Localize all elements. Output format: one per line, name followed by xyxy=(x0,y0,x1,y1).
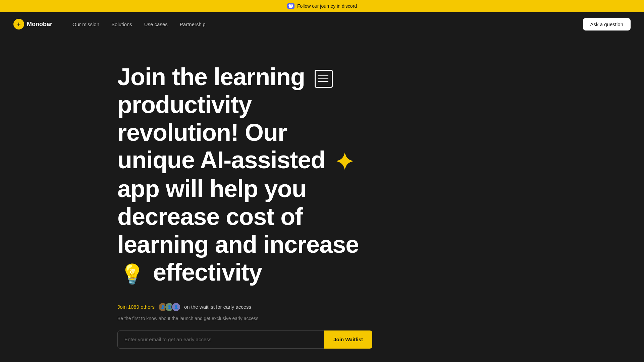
waitlist-description: Be the first to know about the launch an… xyxy=(117,316,369,321)
hero-title: Join the learning productivity revolutio… xyxy=(117,63,369,286)
bulb-icon: 💡 xyxy=(120,263,144,285)
waitlist-info: Join 1089 others 👤 👤 👤 on the waitlist f… xyxy=(117,302,369,312)
navbar: + Monobar Our mission Solutions Use case… xyxy=(0,12,644,36)
email-input[interactable] xyxy=(117,330,324,349)
ask-question-button[interactable]: Ask a question xyxy=(583,18,631,31)
notebook-icon xyxy=(315,70,333,88)
logo[interactable]: + Monobar xyxy=(13,19,52,29)
banner-text: Follow our journey in discord xyxy=(297,3,357,9)
logo-icon: + xyxy=(13,19,24,29)
nav-our-mission[interactable]: Our mission xyxy=(72,21,99,27)
join-waitlist-button[interactable]: Join Waitlist xyxy=(324,330,372,349)
waitlist-count: Join 1089 others xyxy=(117,304,155,310)
top-banner[interactable]: Follow our journey in discord xyxy=(0,0,644,12)
nav-solutions[interactable]: Solutions xyxy=(111,21,132,27)
avatar-3: 👤 xyxy=(171,302,181,312)
nav-partnership[interactable]: Partnership xyxy=(180,21,206,27)
sparkle-icon: ✦ xyxy=(335,149,354,175)
avatar-group: 👤 👤 👤 xyxy=(158,302,181,312)
hero-section: Join the learning productivity revolutio… xyxy=(0,36,369,349)
nav-links: Our mission Solutions Use cases Partners… xyxy=(72,21,206,27)
discord-icon xyxy=(287,3,294,9)
email-form: Join Waitlist xyxy=(117,330,372,349)
waitlist-suffix: on the waitlist for early access xyxy=(184,304,251,310)
hero-title-line3: app will help you decrease cost of xyxy=(117,175,306,230)
hero-title-line4: learning and increase 💡 effectivity xyxy=(117,231,359,286)
nav-use-cases[interactable]: Use cases xyxy=(144,21,168,27)
hero-title-line2: revolution! Our unique AI-assisted ✦ xyxy=(117,119,354,174)
logo-text: Monobar xyxy=(27,21,52,28)
hero-title-line1: Join the learning productivity xyxy=(117,63,336,118)
